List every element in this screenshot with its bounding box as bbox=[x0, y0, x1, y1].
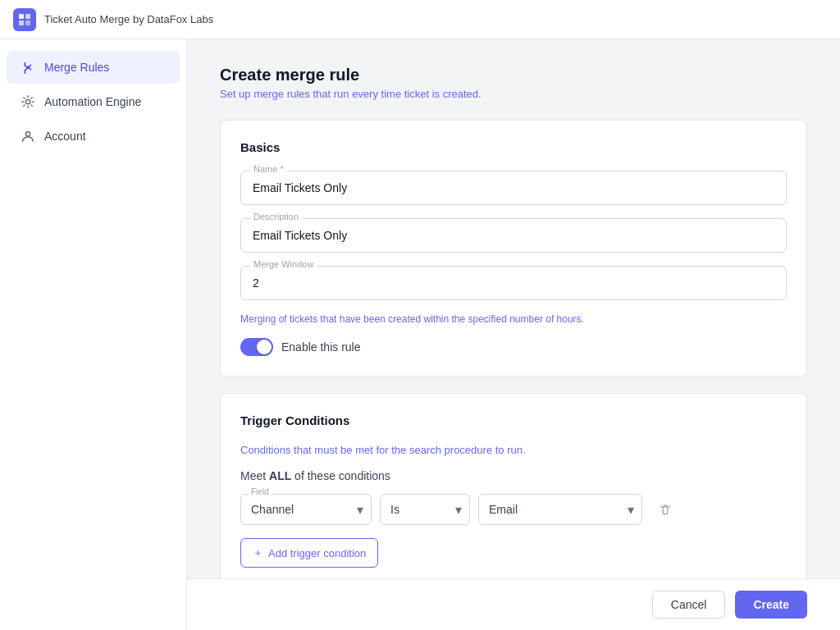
value-select-wrapper: Email Web Phone Chat ▾ bbox=[478, 494, 642, 525]
trigger-conditions-card: Trigger Conditions Conditions that must … bbox=[220, 393, 807, 588]
plus-icon: ＋ bbox=[253, 546, 263, 560]
create-button[interactable]: Create bbox=[735, 591, 807, 619]
sidebar-item-account[interactable]: Account bbox=[7, 120, 180, 153]
page-subtitle: Set up merge rules that run every time t… bbox=[220, 88, 807, 100]
merge-window-label: Merge Window bbox=[250, 259, 317, 269]
svg-rect-2 bbox=[19, 21, 24, 25]
sidebar-label-automation-engine: Automation Engine bbox=[44, 95, 141, 108]
enable-rule-toggle[interactable] bbox=[240, 338, 273, 356]
description-label: Description bbox=[250, 212, 302, 221]
sidebar-label-merge-rules: Merge Rules bbox=[44, 61, 109, 74]
field-label: Field bbox=[249, 487, 272, 496]
sidebar: Merge Rules Automation Engine Account bbox=[0, 39, 187, 630]
sidebar-label-account: Account bbox=[44, 130, 86, 143]
enable-rule-row: Enable this rule bbox=[240, 338, 787, 356]
trigger-title: Trigger Conditions bbox=[240, 413, 787, 427]
operator-select-wrapper: Is Is not Contains ▾ bbox=[380, 494, 470, 525]
merge-window-field-group: Merge Window bbox=[240, 266, 787, 300]
svg-point-4 bbox=[25, 99, 30, 103]
cancel-button[interactable]: Cancel bbox=[652, 591, 726, 619]
sidebar-item-automation-engine[interactable]: Automation Engine bbox=[7, 85, 180, 118]
meet-all-text: Meet ALL of these conditions bbox=[240, 469, 787, 482]
name-field-group: Name * bbox=[240, 171, 787, 205]
app-title: Ticket Auto Merge by DataFox Labs bbox=[44, 13, 213, 25]
page-title: Create merge rule bbox=[220, 66, 807, 84]
main-content: Create merge rule Set up merge rules tha… bbox=[187, 39, 840, 630]
automation-icon bbox=[20, 94, 36, 110]
delete-condition-button[interactable] bbox=[651, 495, 680, 524]
operator-select[interactable]: Is Is not Contains bbox=[380, 494, 470, 525]
svg-rect-0 bbox=[19, 14, 24, 19]
hint-text: Merging of tickets that have been create… bbox=[240, 313, 787, 325]
field-select[interactable]: Channel Subject Priority Status bbox=[240, 494, 372, 525]
description-input[interactable] bbox=[240, 218, 787, 253]
basics-card: Basics Name * Description Merge Window M… bbox=[220, 120, 807, 377]
add-trigger-condition-button[interactable]: ＋ Add trigger condition bbox=[240, 538, 378, 568]
basics-title: Basics bbox=[240, 140, 787, 154]
svg-rect-3 bbox=[25, 21, 30, 25]
account-icon bbox=[20, 128, 36, 144]
app-logo bbox=[13, 8, 36, 31]
value-select[interactable]: Email Web Phone Chat bbox=[478, 494, 642, 525]
svg-rect-1 bbox=[25, 14, 30, 19]
top-bar: Ticket Auto Merge by DataFox Labs bbox=[0, 0, 840, 39]
description-field-group: Description bbox=[240, 218, 787, 253]
condition-row: Field Channel Subject Priority Status ▾ … bbox=[240, 494, 787, 525]
sidebar-item-merge-rules[interactable]: Merge Rules bbox=[7, 51, 180, 84]
svg-point-5 bbox=[25, 132, 30, 136]
field-select-wrapper: Field Channel Subject Priority Status ▾ bbox=[240, 494, 372, 525]
name-label: Name * bbox=[250, 164, 287, 174]
footer-bar: Cancel Create bbox=[187, 578, 840, 630]
merge-icon bbox=[20, 59, 36, 75]
name-input[interactable] bbox=[240, 171, 787, 205]
trigger-description: Conditions that must be met for the sear… bbox=[240, 444, 787, 456]
enable-rule-label: Enable this rule bbox=[281, 340, 361, 354]
merge-window-input[interactable] bbox=[240, 266, 787, 300]
